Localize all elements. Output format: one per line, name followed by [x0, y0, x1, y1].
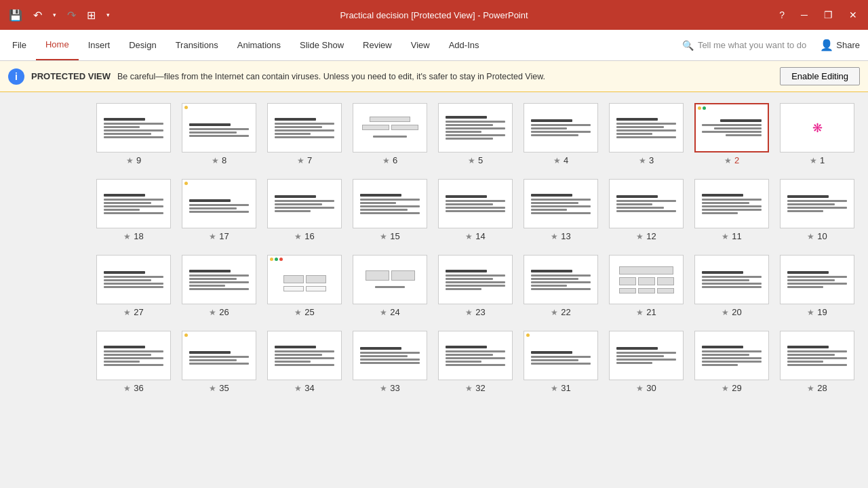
search-area[interactable]: 🔍 Tell me what you want to do — [682, 40, 814, 51]
slide-item-9[interactable]: ★ 9 — [96, 103, 171, 165]
slide-thumb-11[interactable] — [694, 179, 769, 228]
slide-thumb-30[interactable] — [609, 331, 684, 380]
close-button[interactable]: ✕ — [844, 8, 863, 22]
slide-item-2[interactable]: ★ 2 — [694, 103, 769, 165]
slide-item-33[interactable]: ★ 33 — [353, 331, 427, 393]
slide-thumb-18[interactable] — [96, 179, 171, 228]
slide-thumb-4[interactable] — [524, 103, 598, 152]
slide-item-24[interactable]: ★ 24 — [353, 255, 427, 317]
slide-item-22[interactable]: ★ 22 — [524, 255, 598, 317]
slide-thumb-12[interactable] — [609, 179, 684, 228]
slide-item-32[interactable]: ★ 32 — [438, 331, 513, 393]
help-button[interactable]: ? — [774, 8, 790, 22]
slide-num-12: 12 — [646, 231, 656, 241]
slide-item-17[interactable]: ★ 17 — [182, 179, 256, 241]
tab-addins[interactable]: Add-Ins — [439, 30, 489, 60]
tab-transitions[interactable]: Transitions — [166, 30, 228, 60]
slide-thumb-26[interactable] — [182, 255, 256, 304]
enable-editing-button[interactable]: Enable Editing — [780, 67, 860, 85]
tab-home[interactable]: Home — [36, 30, 79, 60]
slide-item-25[interactable]: ★ 25 — [267, 255, 342, 317]
slide-thumb-19[interactable] — [780, 255, 854, 304]
slide-thumb-1[interactable]: ❋ — [780, 103, 854, 152]
slide-thumb-13[interactable] — [524, 179, 598, 228]
slide-item-15[interactable]: ★ 15 — [353, 179, 427, 241]
tab-view[interactable]: View — [401, 30, 439, 60]
slide-thumb-36[interactable] — [96, 331, 171, 380]
tab-file[interactable]: File — [3, 30, 36, 60]
slide-item-7[interactable]: ★ 7 — [267, 103, 342, 165]
search-placeholder[interactable]: Tell me what you want to do — [698, 40, 806, 50]
slide-thumb-2[interactable] — [694, 103, 769, 152]
slide-thumb-22[interactable] — [524, 255, 598, 304]
slide-thumb-7[interactable] — [267, 103, 342, 152]
slide-item-13[interactable]: ★ 13 — [524, 179, 598, 241]
slide-thumb-5[interactable] — [438, 103, 513, 152]
slide-item-16[interactable]: ★ 16 — [267, 179, 342, 241]
save-button[interactable]: 💾 — [5, 7, 26, 24]
slide-item-35[interactable]: ★ 35 — [182, 331, 256, 393]
slide-item-8[interactable]: ★ 8 — [182, 103, 256, 165]
slide-thumb-28[interactable] — [780, 331, 854, 380]
slide-thumb-27[interactable] — [96, 255, 171, 304]
slide-footer-8: ★ 8 — [212, 155, 226, 165]
slide-item-18[interactable]: ★ 18 — [96, 179, 171, 241]
slide-item-20[interactable]: ★ 20 — [694, 255, 769, 317]
slide-thumb-8[interactable] — [182, 103, 256, 152]
slide-thumb-32[interactable] — [438, 331, 513, 380]
slide-item-14[interactable]: ★ 14 — [438, 179, 513, 241]
slide-thumb-14[interactable] — [438, 179, 513, 228]
slide-item-27[interactable]: ★ 27 — [96, 255, 171, 317]
slide-item-1[interactable]: ❋ ★ 1 — [780, 103, 854, 165]
presentation-view-button[interactable]: ⊞ — [83, 7, 99, 24]
slide-item-4[interactable]: ★ 4 — [524, 103, 598, 165]
slide-thumb-17[interactable] — [182, 179, 256, 228]
slide-thumb-15[interactable] — [353, 179, 427, 228]
slide-thumb-9[interactable] — [96, 103, 171, 152]
slide-thumb-31[interactable] — [524, 331, 598, 380]
redo-button[interactable]: ↷ — [64, 7, 79, 24]
share-label[interactable]: Share — [836, 40, 860, 50]
slide-item-3[interactable]: ★ 3 — [609, 103, 684, 165]
slide-thumb-21[interactable] — [609, 255, 684, 304]
slide-item-28[interactable]: ★ 28 — [780, 331, 854, 393]
slide-thumb-29[interactable] — [694, 331, 769, 380]
slide-thumb-16[interactable] — [267, 179, 342, 228]
undo-button[interactable]: ↶ — [30, 7, 45, 24]
slide-item-31[interactable]: ★ 31 — [524, 331, 598, 393]
restore-button[interactable]: ❐ — [818, 8, 838, 22]
tab-animations[interactable]: Animations — [228, 30, 290, 60]
slide-item-21[interactable]: ★ 21 — [609, 255, 684, 317]
slide-item-30[interactable]: ★ 30 — [609, 331, 684, 393]
slide-item-34[interactable]: ★ 34 — [267, 331, 342, 393]
slide-item-29[interactable]: ★ 29 — [694, 331, 769, 393]
customize-qat[interactable]: ▾ — [103, 9, 113, 20]
slide-thumb-3[interactable] — [609, 103, 684, 152]
slide-item-6[interactable]: ★ 6 — [353, 103, 427, 165]
slide-thumb-33[interactable] — [353, 331, 427, 380]
slide-thumb-20[interactable] — [694, 255, 769, 304]
slide-thumb-34[interactable] — [267, 331, 342, 380]
tab-review[interactable]: Review — [353, 30, 401, 60]
slide-item-23[interactable]: ★ 23 — [438, 255, 513, 317]
slide-item-36[interactable]: ★ 36 — [96, 331, 171, 393]
user-area[interactable]: 👤 Share — [814, 39, 865, 52]
slide-item-11[interactable]: ★ 11 — [694, 179, 769, 241]
slide-item-19[interactable]: ★ 19 — [780, 255, 854, 317]
slide-item-26[interactable]: ★ 26 — [182, 255, 256, 317]
slide-thumb-25[interactable] — [267, 255, 342, 304]
diagram-row-21c — [619, 288, 674, 293]
undo-dropdown[interactable]: ▾ — [50, 9, 60, 20]
slide-thumb-10[interactable] — [780, 179, 854, 228]
slide-thumb-24[interactable] — [353, 255, 427, 304]
slide-thumb-6[interactable] — [353, 103, 427, 152]
minimize-button[interactable]: ─ — [795, 8, 813, 22]
slide-item-12[interactable]: ★ 12 — [609, 179, 684, 241]
tab-insert[interactable]: Insert — [79, 30, 120, 60]
slide-thumb-35[interactable] — [182, 331, 256, 380]
slide-thumb-23[interactable] — [438, 255, 513, 304]
slide-item-5[interactable]: ★ 5 — [438, 103, 513, 165]
slide-item-10[interactable]: ★ 10 — [780, 179, 854, 241]
tab-slideshow[interactable]: Slide Show — [290, 30, 353, 60]
tab-design[interactable]: Design — [119, 30, 165, 60]
